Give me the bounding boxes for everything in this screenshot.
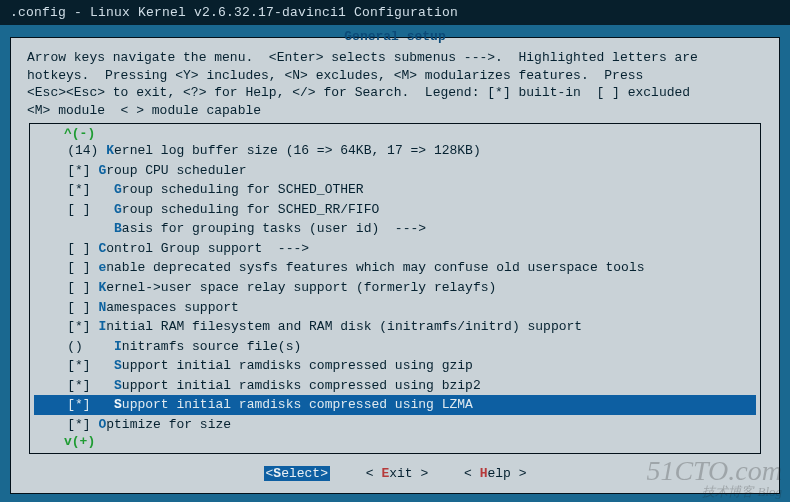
hotkey-char: I [114,339,122,354]
menu-item[interactable]: [*] Group scheduling for SCHED_OTHER [34,180,756,200]
panel-title: General setup [11,29,779,44]
menu-item[interactable]: [*] Support initial ramdisks compressed … [34,376,756,396]
hotkey-char: K [98,280,106,295]
hotkey-char: G [98,163,106,178]
hotkey-char: S [114,378,122,393]
hotkey-char: S [114,397,122,412]
menu-item[interactable]: () Initramfs source file(s) [34,337,756,357]
menu-item[interactable]: [*] Group CPU scheduler [34,161,756,181]
menu-item[interactable]: [ ] Group scheduling for SCHED_RR/FIFO [34,200,756,220]
menu-item[interactable]: Basis for grouping tasks (user id) ---> [34,219,756,239]
hotkey-char: K [106,143,114,158]
menu-item[interactable]: (14) Kernel log buffer size (16 => 64KB,… [34,141,756,161]
select-button[interactable]: <Select> [264,466,330,481]
hotkey-char: S [114,358,122,373]
hotkey-char: e [98,260,106,275]
scroll-up-indicator: ^(-) [34,126,756,141]
hotkey-char: G [114,202,122,217]
menu-list[interactable]: ^(-) (14) Kernel log buffer size (16 => … [29,123,761,454]
help-button[interactable]: < Help > [464,466,526,481]
window-title: .config - Linux Kernel v2.6.32.17-davinc… [0,0,790,25]
scroll-down-indicator: v(+) [34,434,756,449]
menu-item[interactable]: [*] Support initial ramdisks compressed … [34,395,756,415]
hotkey-char: O [98,417,106,432]
menu-item[interactable]: [*] Optimize for size [34,415,756,435]
menu-item[interactable]: [*] Initial RAM filesystem and RAM disk … [34,317,756,337]
menu-item[interactable]: [ ] enable deprecated sysfs features whi… [34,258,756,278]
dialog-panel: General setup Arrow keys navigate the me… [10,37,780,494]
terminal-area: General setup Arrow keys navigate the me… [0,25,790,502]
menu-item[interactable]: [ ] Namespaces support [34,298,756,318]
menu-item[interactable]: [ ] Control Group support ---> [34,239,756,259]
menu-item[interactable]: [ ] Kernel->user space relay support (fo… [34,278,756,298]
help-text: Arrow keys navigate the menu. <Enter> se… [11,47,779,119]
screen: .config - Linux Kernel v2.6.32.17-davinc… [0,0,790,502]
menu-item[interactable]: [*] Support initial ramdisks compressed … [34,356,756,376]
hotkey-char: B [114,221,122,236]
hotkey-char: N [98,300,106,315]
hotkey-char: I [98,319,106,334]
hotkey-char: G [114,182,122,197]
hotkey-char: C [98,241,106,256]
button-bar: <Select> < Exit > < Help > [11,460,779,483]
exit-button[interactable]: < Exit > [366,466,428,481]
